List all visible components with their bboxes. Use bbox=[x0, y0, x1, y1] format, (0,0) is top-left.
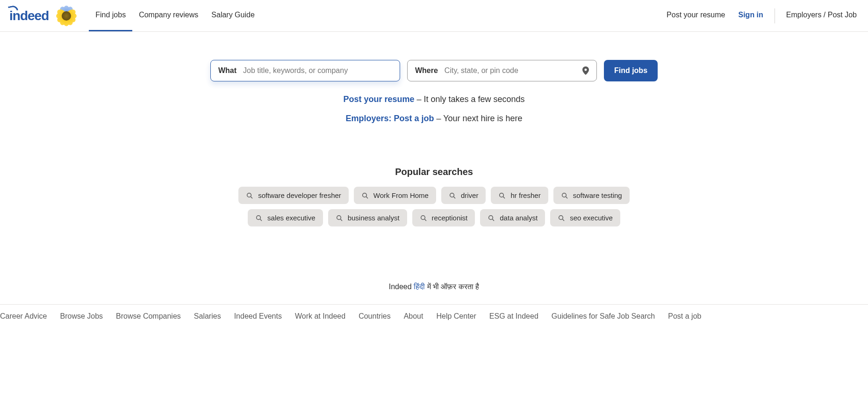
svg-line-3 bbox=[366, 197, 368, 198]
chip-label: business analyst bbox=[348, 214, 400, 222]
lang-suffix: में भी ऑफ़र करता है bbox=[425, 283, 479, 291]
chip-label: sales executive bbox=[267, 214, 316, 222]
footer-link[interactable]: Browse Jobs bbox=[60, 312, 103, 321]
popular-chip[interactable]: sales executive bbox=[248, 209, 323, 226]
footer-link-list: Career AdviceBrowse JobsBrowse Companies… bbox=[0, 312, 868, 324]
search-icon bbox=[558, 214, 565, 222]
popular-chip[interactable]: data analyst bbox=[480, 209, 545, 226]
promo-sep: – bbox=[436, 114, 443, 123]
search-section: What Where Find jobs bbox=[0, 32, 868, 87]
search-icon bbox=[246, 192, 253, 199]
footer-link[interactable]: ESG at Indeed bbox=[489, 312, 538, 321]
svg-line-9 bbox=[566, 197, 567, 198]
search-form: What Where Find jobs bbox=[210, 60, 658, 81]
footer-link[interactable]: About bbox=[404, 312, 423, 321]
svg-point-6 bbox=[500, 193, 504, 197]
nav-find-jobs[interactable]: Find jobs bbox=[89, 0, 132, 31]
popular-chip[interactable]: Work From Home bbox=[354, 187, 436, 204]
secondary-nav: Post your resume Sign in Employers / Pos… bbox=[660, 0, 863, 31]
where-field[interactable]: Where bbox=[407, 60, 597, 81]
nav-post-resume[interactable]: Post your resume bbox=[660, 0, 732, 31]
popular-chip[interactable]: driver bbox=[441, 187, 486, 204]
footer-link[interactable]: Indeed Events bbox=[234, 312, 282, 321]
svg-point-0 bbox=[247, 193, 251, 197]
popular-chip[interactable]: receptionist bbox=[412, 209, 475, 226]
popular-title: Popular searches bbox=[0, 167, 868, 177]
employers-post-job-link[interactable]: Employers: Post a job bbox=[345, 114, 434, 123]
what-label: What bbox=[218, 66, 237, 75]
svg-line-19 bbox=[563, 219, 565, 221]
lang-prefix: Indeed bbox=[389, 283, 414, 291]
chip-label: software developer fresher bbox=[258, 191, 341, 199]
chip-label: data analyst bbox=[500, 214, 538, 222]
svg-point-8 bbox=[562, 193, 566, 197]
svg-point-4 bbox=[450, 193, 454, 197]
search-icon bbox=[420, 214, 427, 222]
promo-employers: Employers: Post a job – Your next hire i… bbox=[0, 114, 868, 124]
footer: Career AdviceBrowse JobsBrowse Companies… bbox=[0, 304, 868, 324]
svg-point-18 bbox=[559, 215, 563, 219]
search-icon bbox=[561, 192, 568, 199]
location-pin-icon bbox=[582, 66, 589, 75]
footer-link[interactable]: Browse Companies bbox=[116, 312, 181, 321]
main-header: indeed Find jobs Company reviews Salary … bbox=[0, 0, 868, 32]
svg-point-2 bbox=[363, 193, 367, 197]
logo-group: indeed bbox=[9, 5, 78, 27]
svg-point-16 bbox=[489, 215, 493, 219]
promo-sep: – bbox=[416, 95, 423, 104]
popular-chip[interactable]: business analyst bbox=[328, 209, 407, 226]
svg-point-14 bbox=[421, 215, 425, 219]
hindi-link[interactable]: हिंदी bbox=[414, 283, 425, 291]
search-icon bbox=[255, 214, 263, 222]
primary-nav: Find jobs Company reviews Salary Guide bbox=[89, 0, 261, 31]
svg-line-13 bbox=[340, 219, 342, 221]
popular-searches: Popular searches software developer fres… bbox=[0, 167, 868, 226]
promo-text: It only takes a few seconds bbox=[423, 95, 524, 104]
sunflower-icon bbox=[55, 5, 78, 27]
chip-label: software testing bbox=[573, 191, 622, 199]
footer-link[interactable]: Salaries bbox=[194, 312, 221, 321]
nav-employers[interactable]: Employers / Post Job bbox=[780, 0, 863, 31]
svg-point-10 bbox=[257, 215, 261, 219]
indeed-logo[interactable]: indeed bbox=[9, 8, 49, 23]
footer-link[interactable]: Help Center bbox=[436, 312, 476, 321]
nav-sign-in[interactable]: Sign in bbox=[732, 0, 770, 31]
search-icon bbox=[488, 214, 495, 222]
chip-label: hr fresher bbox=[510, 191, 540, 199]
what-input[interactable] bbox=[243, 66, 392, 75]
footer-link[interactable]: Work at Indeed bbox=[295, 312, 345, 321]
svg-line-7 bbox=[503, 197, 505, 198]
search-icon bbox=[449, 192, 456, 199]
search-icon bbox=[361, 192, 369, 199]
footer-link[interactable]: Post a job bbox=[668, 312, 701, 321]
svg-line-17 bbox=[493, 219, 495, 221]
language-offer: Indeed हिंदी में भी ऑफ़र करता है bbox=[0, 283, 868, 291]
popular-chip[interactable]: software developer fresher bbox=[238, 187, 349, 204]
footer-link[interactable]: Guidelines for Safe Job Search bbox=[552, 312, 655, 321]
chip-label: seo executive bbox=[570, 214, 613, 222]
nav-company-reviews[interactable]: Company reviews bbox=[132, 0, 205, 31]
promo-post-resume: Post your resume – It only takes a few s… bbox=[0, 95, 868, 104]
search-icon bbox=[498, 192, 506, 199]
popular-chip[interactable]: seo executive bbox=[550, 209, 620, 226]
post-resume-link[interactable]: Post your resume bbox=[343, 95, 414, 104]
footer-link[interactable]: Countries bbox=[359, 312, 390, 321]
svg-point-12 bbox=[337, 215, 341, 219]
what-field[interactable]: What bbox=[210, 60, 400, 81]
chip-label: receptionist bbox=[432, 214, 468, 222]
popular-chip-list: software developer fresherWork From Home… bbox=[224, 187, 645, 226]
svg-line-5 bbox=[453, 197, 455, 198]
where-label: Where bbox=[415, 66, 438, 75]
where-input[interactable] bbox=[445, 66, 582, 75]
footer-link[interactable]: Career Advice bbox=[0, 312, 47, 321]
svg-line-11 bbox=[260, 219, 262, 221]
popular-chip[interactable]: hr fresher bbox=[491, 187, 548, 204]
promo-text: Your next hire is here bbox=[443, 114, 522, 123]
search-icon bbox=[336, 214, 343, 222]
chip-label: driver bbox=[461, 191, 479, 199]
svg-line-15 bbox=[424, 219, 426, 221]
find-jobs-button[interactable]: Find jobs bbox=[604, 60, 658, 81]
nav-salary-guide[interactable]: Salary Guide bbox=[205, 0, 261, 31]
popular-chip[interactable]: software testing bbox=[553, 187, 630, 204]
chip-label: Work From Home bbox=[373, 191, 429, 199]
